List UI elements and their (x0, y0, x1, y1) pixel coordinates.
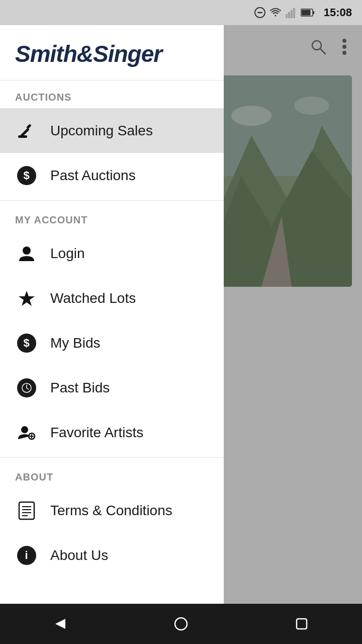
status-icons: 15:08 (254, 6, 352, 19)
signal-icon (286, 7, 297, 18)
svg-rect-39 (297, 619, 307, 629)
star-icon (15, 287, 38, 309)
sidebar-item-about-us[interactable]: i About Us (0, 533, 224, 578)
svg-rect-22 (18, 135, 27, 138)
home-button[interactable] (166, 609, 196, 639)
my-bids-icon: $ (15, 332, 38, 354)
sidebar-item-past-auctions[interactable]: $ Past Auctions (0, 153, 224, 198)
about-section-label: ABOUT (0, 460, 224, 488)
clock-icon (15, 376, 38, 399)
sidebar-item-past-bids[interactable]: Past Bids (0, 365, 224, 410)
favorite-artists-label: Favorite Artists (50, 425, 143, 441)
my-account-section-label: MY ACCOUNT (0, 203, 224, 231)
past-auctions-icon: $ (15, 164, 38, 187)
terms-conditions-label: Terms & Conditions (50, 503, 172, 519)
my-bids-label: My Bids (50, 335, 101, 351)
navigation-drawer: Smith&Singer AUCTIONS Upcoming Sales $ P… (0, 25, 224, 619)
svg-marker-24 (19, 291, 35, 306)
svg-marker-37 (55, 619, 65, 629)
drawer-logo: Smith&Singer (0, 25, 224, 80)
past-auctions-label: Past Auctions (50, 168, 136, 184)
about-section: ABOUT Terms & Conditions i About Us (0, 460, 224, 578)
sidebar-item-terms-conditions[interactable]: Terms & Conditions (0, 488, 224, 533)
brand-name: Smith&Singer (15, 40, 209, 67)
dnd-icon (254, 7, 265, 18)
auctions-section: AUCTIONS Upcoming Sales $ Past Auctions (0, 80, 224, 198)
svg-rect-21 (26, 124, 32, 129)
svg-rect-3 (288, 12, 290, 18)
past-bids-label: Past Bids (50, 380, 110, 396)
sidebar-item-favorite-artists[interactable]: Favorite Artists (0, 410, 224, 455)
terms-icon (15, 499, 38, 522)
about-us-label: About Us (50, 547, 108, 564)
svg-line-27 (27, 388, 29, 389)
info-icon: i (15, 544, 38, 567)
person-icon (15, 242, 38, 265)
svg-rect-8 (301, 10, 310, 16)
svg-rect-4 (291, 10, 293, 18)
auctions-section-label: AUCTIONS (0, 80, 224, 108)
section-divider-1 (0, 200, 224, 201)
recents-button[interactable] (287, 609, 317, 639)
svg-point-28 (21, 426, 28, 433)
svg-point-23 (23, 247, 31, 255)
sidebar-item-my-bids[interactable]: $ My Bids (0, 320, 224, 365)
status-bar: 15:08 (0, 0, 362, 25)
my-account-section: MY ACCOUNT Login Watched Lots $ (0, 203, 224, 455)
sidebar-item-login[interactable]: Login (0, 231, 224, 276)
svg-rect-7 (313, 11, 314, 14)
drawer-overlay[interactable] (221, 25, 362, 619)
svg-rect-5 (293, 8, 295, 18)
svg-rect-32 (19, 502, 34, 519)
upcoming-sales-label: Upcoming Sales (50, 123, 153, 139)
section-divider-2 (0, 457, 224, 458)
gavel-icon (15, 119, 38, 142)
favorite-artists-icon (15, 421, 38, 444)
back-button[interactable] (45, 609, 75, 639)
login-label: Login (50, 246, 85, 262)
navigation-bar (0, 604, 362, 644)
sidebar-item-watched-lots[interactable]: Watched Lots (0, 276, 224, 320)
status-time: 15:08 (324, 6, 352, 19)
wifi-icon (269, 7, 282, 18)
svg-rect-2 (286, 14, 288, 18)
sidebar-item-upcoming-sales[interactable]: Upcoming Sales (0, 108, 224, 153)
battery-icon (301, 8, 315, 17)
watched-lots-label: Watched Lots (50, 290, 136, 306)
svg-point-38 (175, 618, 187, 630)
